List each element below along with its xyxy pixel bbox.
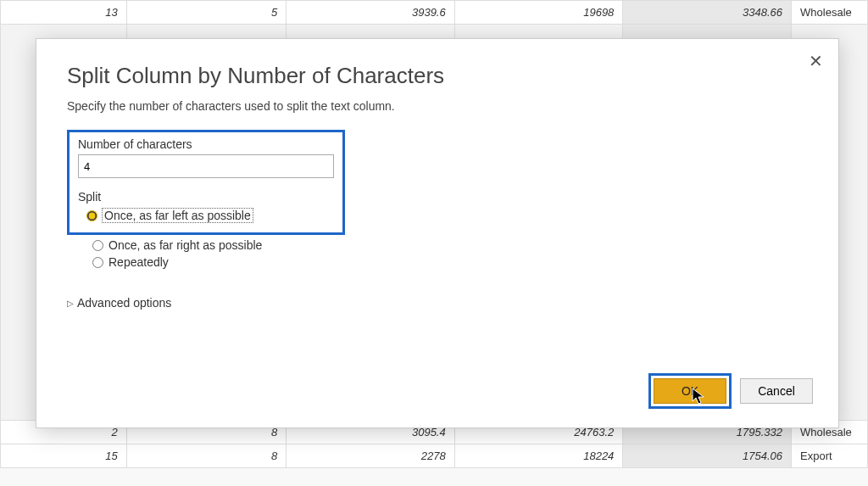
close-icon[interactable]: ✕ <box>809 51 823 71</box>
num-chars-label: Number of characters <box>78 137 334 151</box>
cell[interactable]: 3348.66 <box>623 1 792 25</box>
cell[interactable]: 18224 <box>454 444 623 468</box>
advanced-options-toggle[interactable]: ▷ Advanced options <box>67 296 808 310</box>
split-label: Split <box>78 190 334 204</box>
ok-button-label: OK <box>682 384 698 398</box>
split-column-dialog: ✕ Split Column by Number of Characters S… <box>36 38 839 428</box>
cell[interactable]: 2278 <box>287 444 455 468</box>
chevron-right-icon: ▷ <box>67 299 74 308</box>
radio-once-left-label: Once, as far left as possible <box>103 209 253 222</box>
highlighted-inputs: Number of characters Split Once, as far … <box>67 130 345 235</box>
dialog-title: Split Column by Number of Characters <box>67 63 808 89</box>
cell[interactable]: 1754.06 <box>623 444 792 468</box>
ok-highlight: OK <box>648 373 732 409</box>
advanced-options-label: Advanced options <box>77 296 171 310</box>
radio-once-right-label: Once, as far right as possible <box>108 238 262 252</box>
cell[interactable]: 8 <box>126 444 286 468</box>
cell[interactable]: 13 <box>1 1 127 25</box>
radio-once-right[interactable]: Once, as far right as possible <box>92 237 808 254</box>
radio-once-left[interactable]: Once, as far left as possible <box>86 207 334 224</box>
cell[interactable]: Export <box>792 444 868 468</box>
table-row: 13 5 3939.6 19698 3348.66 Wholesale <box>1 1 868 25</box>
ok-button[interactable]: OK <box>654 378 726 404</box>
radio-repeatedly[interactable]: Repeatedly <box>92 254 808 271</box>
radio-once-right-input[interactable] <box>92 240 103 251</box>
radio-once-left-input[interactable] <box>86 210 97 221</box>
cell[interactable]: 15 <box>1 444 127 468</box>
cell[interactable]: 19698 <box>454 1 623 25</box>
dialog-buttons: OK Cancel <box>648 373 813 409</box>
radio-repeatedly-label: Repeatedly <box>108 255 169 269</box>
cell[interactable]: 5 <box>126 1 286 25</box>
table-row: 15 8 2278 18224 1754.06 Export <box>1 444 868 468</box>
cell[interactable]: Wholesale <box>792 1 868 25</box>
cancel-button[interactable]: Cancel <box>740 378 813 404</box>
cell[interactable]: 3939.6 <box>287 1 455 25</box>
dialog-description: Specify the number of characters used to… <box>67 99 808 113</box>
num-chars-input[interactable] <box>78 154 334 178</box>
radio-repeatedly-input[interactable] <box>92 257 103 268</box>
